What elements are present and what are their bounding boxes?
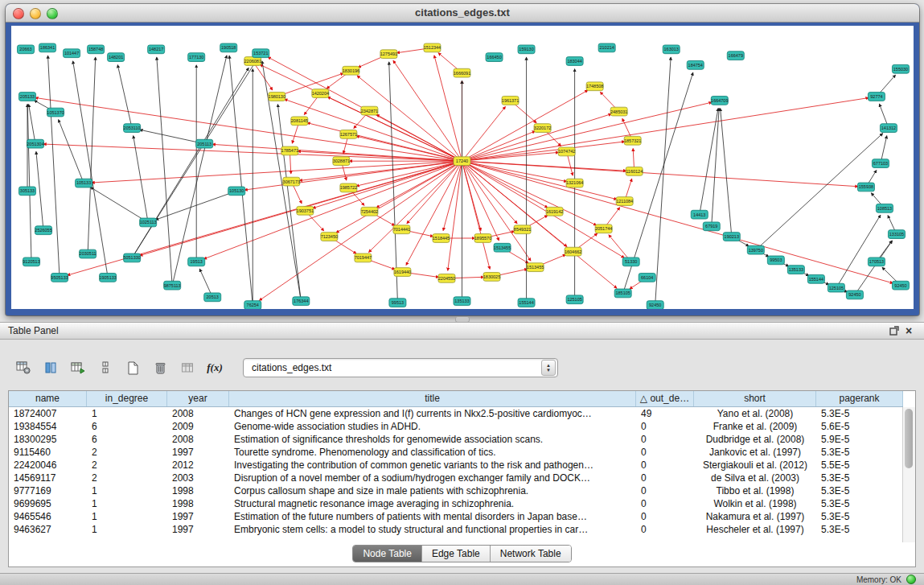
column-header-title[interactable]: title (229, 391, 636, 406)
graph-edge[interactable] (438, 53, 459, 71)
graph-node[interactable]: 7014441 (393, 225, 410, 234)
graph-node[interactable]: 190213 (723, 233, 740, 241)
graph-node[interactable]: 92450 (846, 290, 863, 299)
graph-edge[interactable] (88, 57, 95, 251)
graph-node[interactable]: 2053110 (124, 124, 141, 133)
graph-node[interactable]: 9120513 (23, 257, 39, 266)
graph-node[interactable]: 305133 (19, 187, 36, 196)
graph-edge[interactable] (117, 65, 131, 126)
graph-edge[interactable] (292, 124, 298, 143)
graph-edge[interactable] (91, 187, 146, 221)
function-builder-icon[interactable]: f(x) (203, 356, 227, 379)
graph-node[interactable]: 99513 (389, 299, 406, 307)
window-titlebar[interactable]: citations_edges.txt (6, 4, 919, 23)
graph-node[interactable]: 1895570 (474, 234, 491, 243)
graph-node[interactable]: 1518445 (433, 234, 450, 243)
tab-network-table[interactable]: Network Table (490, 546, 571, 562)
graph-node[interactable]: 158748 (88, 45, 105, 54)
graph-node[interactable]: 176344 (293, 297, 310, 306)
graph-edge[interactable] (260, 64, 459, 159)
graph-node[interactable]: 1980130 (269, 93, 285, 101)
graph-node[interactable]: 1211084 (616, 197, 633, 206)
graph-edge[interactable] (609, 235, 629, 259)
graph-node[interactable]: 9875113 (164, 281, 181, 290)
graph-edge[interactable] (356, 136, 459, 160)
new-column-icon[interactable] (121, 356, 145, 379)
close-panel-icon[interactable]: × (901, 324, 916, 337)
graph-node[interactable]: 9505133 (51, 274, 68, 282)
table-row[interactable]: 1872400712008Changes of HCN gene express… (9, 407, 903, 420)
graph-node[interactable]: 170513 (868, 257, 885, 266)
graph-edge[interactable] (721, 109, 732, 233)
graph-node[interactable]: 1619142 (546, 207, 563, 216)
graph-node[interactable]: 153721 (253, 49, 269, 58)
table-row[interactable]: 969969511998Structural magnetic resonanc… (9, 497, 903, 510)
graph-edge[interactable] (393, 60, 460, 159)
graph-edge[interactable] (879, 75, 896, 94)
graph-edge[interactable] (342, 164, 346, 180)
graph-node[interactable]: 3028871 (333, 157, 350, 166)
graph-edge[interactable] (336, 163, 459, 233)
table-row[interactable]: 1456911722003Disruption of a novel membe… (9, 472, 903, 484)
delete-column-icon[interactable] (148, 356, 172, 379)
graph-edge[interactable] (868, 171, 877, 185)
graph-node[interactable]: 92450 (647, 301, 663, 309)
graph-node[interactable]: 92450 (892, 281, 909, 290)
graph-edge[interactable] (856, 241, 892, 292)
column-header-out_degree[interactable]: △ out_de… (636, 391, 694, 406)
graph-edge[interactable] (293, 184, 302, 204)
table-row[interactable]: 1830029562008Estimation of significance … (9, 433, 903, 446)
graph-node[interactable]: 183044 (566, 57, 583, 66)
graph-edge[interactable] (513, 102, 537, 122)
graph-node[interactable]: 166479 (727, 51, 744, 60)
graph-node[interactable]: 1961371 (502, 97, 519, 105)
graph-edge[interactable] (881, 136, 887, 161)
column-header-pagerank[interactable]: pagerank (816, 391, 903, 406)
graph-node[interactable]: 135133 (454, 297, 470, 306)
graph-node[interactable]: 166450 (486, 53, 503, 62)
graph-node[interactable]: 1619440 (394, 268, 411, 277)
graph-edge[interactable] (277, 105, 300, 299)
graph-node[interactable]: 125105 (827, 283, 844, 292)
graph-node[interactable]: 1321064 (566, 179, 583, 187)
graph-node[interactable]: 1666091 (454, 68, 470, 77)
graph-edge[interactable] (48, 56, 60, 274)
graph-edge[interactable] (357, 76, 459, 159)
table-row[interactable]: 2242004622012Investigating the contribut… (9, 459, 903, 472)
graph-node[interactable]: 7254402 (361, 207, 378, 216)
graph-edge[interactable] (626, 179, 632, 198)
graph-node[interactable]: 92774 (868, 93, 885, 101)
graph-node[interactable]: 3220172 (534, 124, 551, 133)
graph-node[interactable]: 101447 (64, 49, 80, 58)
graph-edge[interactable] (466, 161, 858, 186)
graph-edge[interactable] (568, 154, 573, 175)
graph-node[interactable]: 2051304 (27, 139, 43, 148)
graph-node[interactable]: 1748508 (586, 82, 603, 91)
table-row[interactable]: 911546021997Tourette syndrome. Phenomeno… (9, 446, 903, 459)
graph-edge[interactable] (254, 64, 272, 90)
graph-node[interactable]: 2051744 (595, 225, 612, 233)
graph-node[interactable]: 2030511 (80, 249, 97, 258)
graph-node[interactable]: 185105 (614, 289, 631, 298)
float-panel-icon[interactable] (887, 324, 901, 337)
graph-node[interactable]: 20513 (204, 293, 221, 302)
import-table-icon[interactable] (66, 356, 90, 379)
graph-node[interactable]: 105133 (76, 179, 92, 187)
graph-node[interactable]: 190518 (220, 43, 237, 52)
graph-edge[interactable] (229, 56, 253, 302)
graph-edge[interactable] (606, 208, 620, 226)
graph-node[interactable]: 108513 (876, 204, 893, 212)
graph-edge[interactable] (307, 213, 324, 231)
graph-node[interactable]: 1985722 (340, 183, 357, 192)
table-row[interactable]: 946362711997Embryonic stem cells: a mode… (9, 523, 903, 536)
graph-edge[interactable] (464, 107, 505, 159)
graph-node[interactable]: 177130 (188, 53, 205, 62)
graph-node[interactable]: 2342871 (361, 106, 378, 115)
graph-node[interactable]: 148201 (108, 53, 125, 62)
network-canvas[interactable]: 1724015123441275491183019614202042081145… (11, 26, 914, 309)
table-disabled-icon[interactable] (175, 356, 199, 379)
graph-node[interactable]: 186341 (39, 43, 56, 52)
table-scrollbar[interactable] (902, 407, 915, 542)
graph-edge[interactable] (29, 105, 35, 141)
graph-edge[interactable] (465, 162, 617, 200)
